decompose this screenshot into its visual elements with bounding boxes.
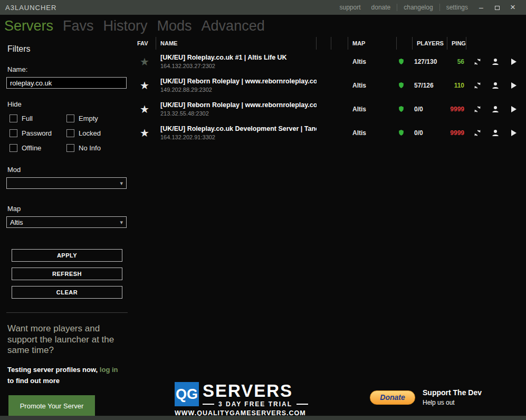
donate-subtitle: Help us out [423, 399, 482, 406]
promo-login-suffix: to find out more [7, 376, 128, 387]
donate-link[interactable]: donate [366, 4, 396, 11]
refresh-server-icon[interactable] [473, 57, 482, 66]
donate-title: Support The Dev [423, 388, 482, 397]
maximize-button[interactable] [489, 3, 505, 12]
titlebar-divider [439, 4, 440, 11]
checkbox-password[interactable]: Password [9, 129, 66, 137]
favorite-star-icon[interactable]: ★ [133, 80, 156, 91]
refresh-server-icon[interactable] [473, 104, 482, 113]
join-server-icon[interactable] [509, 57, 518, 66]
checkbox-locked[interactable]: Locked [66, 129, 123, 137]
server-name-cell: [UK/EU] Roleplay.co.uk Development Serve… [156, 125, 317, 140]
qg-servers-ad[interactable]: QG SERVERS 3 DAY FREE TRIAL WWW.QUALITYG… [175, 382, 308, 417]
qg-brand-block: SERVERS 3 DAY FREE TRIAL [203, 382, 308, 408]
support-link[interactable]: support [334, 4, 366, 11]
decorative-line [297, 404, 308, 405]
table-row[interactable]: ★ [UK/EU] Reborn Roleplay | www.rebornro… [133, 97, 526, 121]
tab-advanced[interactable]: Advanced [202, 18, 265, 34]
server-name: [UK/EU] Reborn Roleplay | www.rebornrole… [160, 78, 317, 85]
server-map: Altis [348, 129, 397, 137]
donate-section: Donate Support The Dev Help us out [370, 388, 482, 406]
filters-heading: Filters [7, 44, 128, 54]
checkbox-label: Password [22, 129, 52, 137]
promote-server-button[interactable]: Promote Your Server [8, 395, 95, 417]
server-players: 0/0 [413, 106, 447, 113]
server-ping: 9999 [447, 129, 466, 137]
close-button[interactable]: × [505, 2, 521, 13]
bottom-statusbar [0, 416, 526, 420]
header-players[interactable]: PLAYERS [413, 37, 447, 50]
settings-link[interactable]: settings [441, 4, 473, 11]
checkbox-empty[interactable]: Empty [66, 114, 123, 122]
apply-button[interactable]: APPLY [12, 249, 122, 262]
tab-mods[interactable]: Mods [157, 18, 192, 34]
refresh-server-icon[interactable] [473, 128, 482, 137]
checkbox-noinfo[interactable]: No Info [66, 144, 123, 152]
server-name-cell: [UK/EU] Roleplay.co.uk #1 | Altis Life U… [156, 54, 317, 69]
checkbox-label: No Info [79, 144, 101, 152]
name-filter-label: Name: [7, 65, 128, 73]
checkbox-icon[interactable] [66, 144, 74, 152]
tab-favs[interactable]: Favs [63, 18, 94, 34]
server-map: Altis [348, 106, 397, 113]
row-actions [466, 57, 526, 66]
server-name-cell: [UK/EU] Reborn Roleplay | www.rebornrole… [156, 101, 317, 117]
checkbox-icon[interactable] [9, 114, 17, 122]
join-server-icon[interactable] [509, 81, 518, 90]
checkbox-icon[interactable] [9, 129, 17, 137]
qg-logo: QG [175, 382, 199, 406]
hide-checkbox-grid: Full Empty Password Locked Offline No In… [9, 114, 128, 152]
players-list-icon[interactable] [491, 81, 500, 90]
table-row[interactable]: ★ [UK/EU] Roleplay.co.uk #1 | Altis Life… [133, 50, 526, 73]
minimize-button[interactable]: – [473, 3, 489, 12]
checkbox-offline[interactable]: Offline [9, 144, 66, 152]
players-list-icon[interactable] [491, 128, 500, 137]
checkbox-icon[interactable] [9, 144, 17, 152]
header-lock[interactable] [317, 37, 331, 50]
main-nav: Servers Favs History Mods Advanced [0, 15, 526, 37]
chevron-down-icon: ▾ [120, 180, 123, 187]
favorite-star-icon[interactable]: ★ [133, 104, 156, 114]
server-address: 213.32.55.48:2302 [160, 110, 317, 117]
header-fav[interactable]: FAV [133, 37, 156, 50]
server-table: FAV NAME MAP PLAYERS PING ★ [UK/EU] Role… [133, 37, 526, 145]
join-server-icon[interactable] [509, 128, 518, 137]
map-select[interactable]: Altis ▾ [6, 216, 127, 228]
server-ping: 9999 [447, 106, 466, 113]
checkbox-full[interactable]: Full [9, 114, 66, 122]
header-name[interactable]: NAME [156, 37, 317, 50]
name-filter-input[interactable] [6, 77, 127, 89]
table-header: FAV NAME MAP PLAYERS PING [133, 37, 526, 50]
header-ping[interactable]: PING [447, 37, 466, 50]
refresh-button[interactable]: REFRESH [12, 268, 122, 280]
checkbox-icon[interactable] [66, 129, 74, 137]
battleye-shield-icon [397, 104, 406, 113]
tab-servers[interactable]: Servers [4, 18, 53, 34]
favorite-star-icon[interactable]: ★ [133, 56, 156, 67]
qg-logo-row: QG SERVERS 3 DAY FREE TRIAL [175, 382, 308, 408]
mod-select[interactable]: ▾ [6, 177, 127, 189]
sidebar-divider [6, 312, 128, 313]
server-name-cell: [UK/EU] Reborn Roleplay | www.rebornrole… [156, 78, 317, 93]
server-map: Altis [348, 58, 397, 65]
table-row[interactable]: ★ [UK/EU] Reborn Roleplay | www.rebornro… [133, 73, 526, 97]
refresh-server-icon[interactable] [473, 81, 482, 90]
changelog-link[interactable]: changelog [398, 4, 438, 11]
promo-login-line: Testing server profiles now, log in to f… [7, 365, 128, 387]
favorite-star-icon[interactable]: ★ [133, 128, 156, 138]
hide-section-label: Hide [7, 100, 128, 108]
clear-button[interactable]: CLEAR [12, 286, 122, 299]
paypal-donate-button[interactable]: Donate [370, 390, 415, 405]
tab-history[interactable]: History [103, 18, 148, 34]
table-row[interactable]: ★ [UK/EU] Roleplay.co.uk Development Ser… [133, 121, 526, 145]
header-mod[interactable] [331, 37, 348, 50]
checkbox-icon[interactable] [66, 114, 74, 122]
server-players: 127/130 [413, 58, 447, 65]
header-status[interactable] [397, 37, 413, 50]
server-players: 0/0 [413, 129, 447, 137]
players-list-icon[interactable] [491, 104, 500, 113]
header-map[interactable]: MAP [348, 37, 397, 50]
log-in-link[interactable]: log in [100, 366, 118, 374]
players-list-icon[interactable] [491, 57, 500, 66]
join-server-icon[interactable] [509, 104, 518, 113]
